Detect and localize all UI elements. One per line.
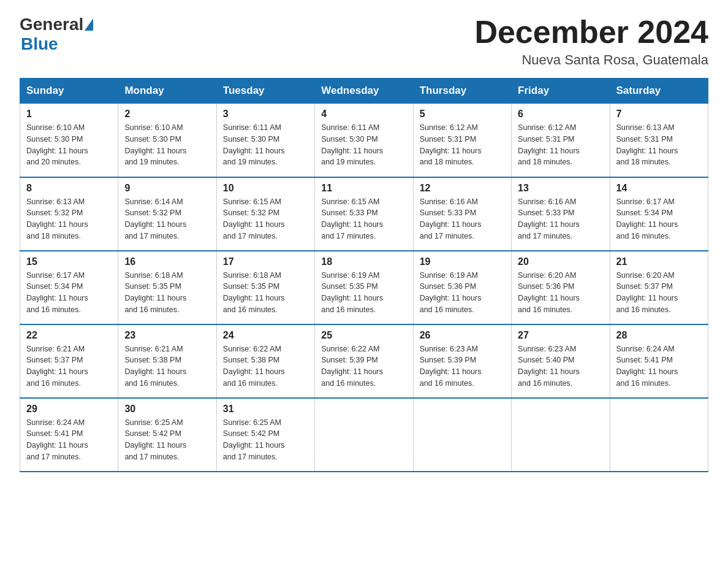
calendar-cell: 23 Sunrise: 6:21 AMSunset: 5:38 PMDaylig…	[118, 324, 216, 398]
title-block: December 2024 Nueva Santa Rosa, Guatemal…	[474, 15, 708, 68]
day-info: Sunrise: 6:22 AMSunset: 5:38 PMDaylight:…	[223, 345, 285, 388]
calendar-cell: 22 Sunrise: 6:21 AMSunset: 5:37 PMDaylig…	[20, 324, 118, 398]
calendar-cell: 4 Sunrise: 6:11 AMSunset: 5:30 PMDayligh…	[315, 104, 413, 177]
day-info: Sunrise: 6:22 AMSunset: 5:39 PMDaylight:…	[321, 345, 383, 388]
calendar-cell: 2 Sunrise: 6:10 AMSunset: 5:30 PMDayligh…	[118, 104, 216, 177]
calendar-cell: 17 Sunrise: 6:18 AMSunset: 5:35 PMDaylig…	[216, 251, 314, 324]
day-number: 10	[223, 183, 308, 194]
day-number: 2	[124, 109, 210, 120]
calendar-cell: 8 Sunrise: 6:13 AMSunset: 5:32 PMDayligh…	[20, 177, 118, 251]
day-info: Sunrise: 6:23 AMSunset: 5:40 PMDaylight:…	[518, 345, 580, 388]
calendar-cell: 26 Sunrise: 6:23 AMSunset: 5:39 PMDaylig…	[413, 324, 511, 398]
day-info: Sunrise: 6:10 AMSunset: 5:30 PMDaylight:…	[124, 123, 186, 166]
header-saturday: Saturday	[610, 79, 708, 104]
calendar-cell: 1 Sunrise: 6:10 AMSunset: 5:30 PMDayligh…	[20, 104, 118, 177]
day-number: 12	[420, 183, 505, 194]
day-number: 22	[26, 330, 112, 341]
day-number: 4	[321, 109, 406, 120]
location-subtitle: Nueva Santa Rosa, Guatemala	[474, 52, 708, 68]
calendar-cell: 30 Sunrise: 6:25 AMSunset: 5:42 PMDaylig…	[118, 398, 216, 472]
day-info: Sunrise: 6:14 AMSunset: 5:32 PMDaylight:…	[124, 197, 186, 240]
month-title: December 2024	[474, 15, 708, 50]
day-info: Sunrise: 6:17 AMSunset: 5:34 PMDaylight:…	[26, 271, 88, 314]
header-monday: Monday	[118, 79, 216, 104]
day-number: 25	[321, 330, 406, 341]
day-info: Sunrise: 6:11 AMSunset: 5:30 PMDaylight:…	[223, 123, 285, 166]
logo-blue-text: Blue	[21, 34, 58, 53]
calendar-cell: 28 Sunrise: 6:24 AMSunset: 5:41 PMDaylig…	[610, 324, 708, 398]
calendar-cell: 12 Sunrise: 6:16 AMSunset: 5:33 PMDaylig…	[413, 177, 511, 251]
calendar-week-row: 15 Sunrise: 6:17 AMSunset: 5:34 PMDaylig…	[20, 251, 708, 324]
calendar-cell: 21 Sunrise: 6:20 AMSunset: 5:37 PMDaylig…	[610, 251, 708, 324]
logo-general-text: General	[20, 15, 83, 34]
day-number: 26	[420, 330, 505, 341]
calendar-cell: 18 Sunrise: 6:19 AMSunset: 5:35 PMDaylig…	[315, 251, 413, 324]
header-wednesday: Wednesday	[315, 79, 413, 104]
day-number: 27	[518, 330, 603, 341]
day-info: Sunrise: 6:21 AMSunset: 5:37 PMDaylight:…	[26, 345, 88, 388]
logo-triangle-icon	[85, 18, 93, 31]
day-number: 19	[420, 256, 505, 267]
day-number: 1	[26, 109, 112, 120]
day-number: 11	[321, 183, 406, 194]
day-info: Sunrise: 6:12 AMSunset: 5:31 PMDaylight:…	[420, 123, 482, 166]
calendar-week-row: 8 Sunrise: 6:13 AMSunset: 5:32 PMDayligh…	[20, 177, 708, 251]
day-info: Sunrise: 6:23 AMSunset: 5:39 PMDaylight:…	[420, 345, 482, 388]
calendar-cell: 7 Sunrise: 6:13 AMSunset: 5:31 PMDayligh…	[610, 104, 708, 177]
calendar-cell: 29 Sunrise: 6:24 AMSunset: 5:41 PMDaylig…	[20, 398, 118, 472]
day-number: 14	[616, 183, 702, 194]
day-info: Sunrise: 6:19 AMSunset: 5:35 PMDaylight:…	[321, 271, 383, 314]
day-info: Sunrise: 6:15 AMSunset: 5:33 PMDaylight:…	[321, 197, 383, 240]
day-number: 15	[26, 256, 112, 267]
calendar-week-row: 22 Sunrise: 6:21 AMSunset: 5:37 PMDaylig…	[20, 324, 708, 398]
page-header: General Blue December 2024 Nueva Santa R…	[20, 15, 708, 68]
calendar-week-row: 1 Sunrise: 6:10 AMSunset: 5:30 PMDayligh…	[20, 104, 708, 177]
calendar-cell	[413, 398, 511, 472]
day-info: Sunrise: 6:16 AMSunset: 5:33 PMDaylight:…	[420, 197, 482, 240]
calendar-cell: 25 Sunrise: 6:22 AMSunset: 5:39 PMDaylig…	[315, 324, 413, 398]
calendar-cell: 24 Sunrise: 6:22 AMSunset: 5:38 PMDaylig…	[216, 324, 314, 398]
calendar-cell: 9 Sunrise: 6:14 AMSunset: 5:32 PMDayligh…	[118, 177, 216, 251]
day-number: 8	[26, 183, 112, 194]
day-number: 5	[420, 109, 505, 120]
day-number: 13	[518, 183, 603, 194]
calendar-cell	[315, 398, 413, 472]
calendar-cell: 16 Sunrise: 6:18 AMSunset: 5:35 PMDaylig…	[118, 251, 216, 324]
day-info: Sunrise: 6:16 AMSunset: 5:33 PMDaylight:…	[518, 197, 580, 240]
day-number: 28	[616, 330, 702, 341]
day-number: 20	[518, 256, 603, 267]
day-info: Sunrise: 6:21 AMSunset: 5:38 PMDaylight:…	[124, 345, 186, 388]
calendar-cell: 27 Sunrise: 6:23 AMSunset: 5:40 PMDaylig…	[512, 324, 610, 398]
day-number: 18	[321, 256, 406, 267]
logo: General Blue	[20, 15, 94, 54]
day-info: Sunrise: 6:25 AMSunset: 5:42 PMDaylight:…	[124, 418, 186, 461]
header-tuesday: Tuesday	[216, 79, 314, 104]
day-number: 3	[223, 109, 308, 120]
day-info: Sunrise: 6:13 AMSunset: 5:32 PMDaylight:…	[26, 197, 88, 240]
calendar-cell	[512, 398, 610, 472]
day-number: 16	[124, 256, 210, 267]
day-number: 23	[124, 330, 210, 341]
calendar-cell: 3 Sunrise: 6:11 AMSunset: 5:30 PMDayligh…	[216, 104, 314, 177]
day-info: Sunrise: 6:25 AMSunset: 5:42 PMDaylight:…	[223, 418, 285, 461]
calendar-cell: 6 Sunrise: 6:12 AMSunset: 5:31 PMDayligh…	[512, 104, 610, 177]
calendar-cell: 19 Sunrise: 6:19 AMSunset: 5:36 PMDaylig…	[413, 251, 511, 324]
day-info: Sunrise: 6:20 AMSunset: 5:37 PMDaylight:…	[616, 271, 678, 314]
day-info: Sunrise: 6:17 AMSunset: 5:34 PMDaylight:…	[616, 197, 678, 240]
calendar-header-row: SundayMondayTuesdayWednesdayThursdayFrid…	[20, 79, 708, 104]
day-number: 7	[616, 109, 702, 120]
day-info: Sunrise: 6:18 AMSunset: 5:35 PMDaylight:…	[223, 271, 285, 314]
day-info: Sunrise: 6:11 AMSunset: 5:30 PMDaylight:…	[321, 123, 383, 166]
day-info: Sunrise: 6:24 AMSunset: 5:41 PMDaylight:…	[616, 345, 678, 388]
calendar-table: SundayMondayTuesdayWednesdayThursdayFrid…	[20, 78, 708, 472]
day-info: Sunrise: 6:15 AMSunset: 5:32 PMDaylight:…	[223, 197, 285, 240]
header-thursday: Thursday	[413, 79, 511, 104]
calendar-cell: 11 Sunrise: 6:15 AMSunset: 5:33 PMDaylig…	[315, 177, 413, 251]
calendar-cell: 14 Sunrise: 6:17 AMSunset: 5:34 PMDaylig…	[610, 177, 708, 251]
calendar-cell: 10 Sunrise: 6:15 AMSunset: 5:32 PMDaylig…	[216, 177, 314, 251]
day-number: 24	[223, 330, 308, 341]
calendar-cell: 13 Sunrise: 6:16 AMSunset: 5:33 PMDaylig…	[512, 177, 610, 251]
day-info: Sunrise: 6:10 AMSunset: 5:30 PMDaylight:…	[26, 123, 88, 166]
day-number: 9	[124, 183, 210, 194]
calendar-cell: 5 Sunrise: 6:12 AMSunset: 5:31 PMDayligh…	[413, 104, 511, 177]
